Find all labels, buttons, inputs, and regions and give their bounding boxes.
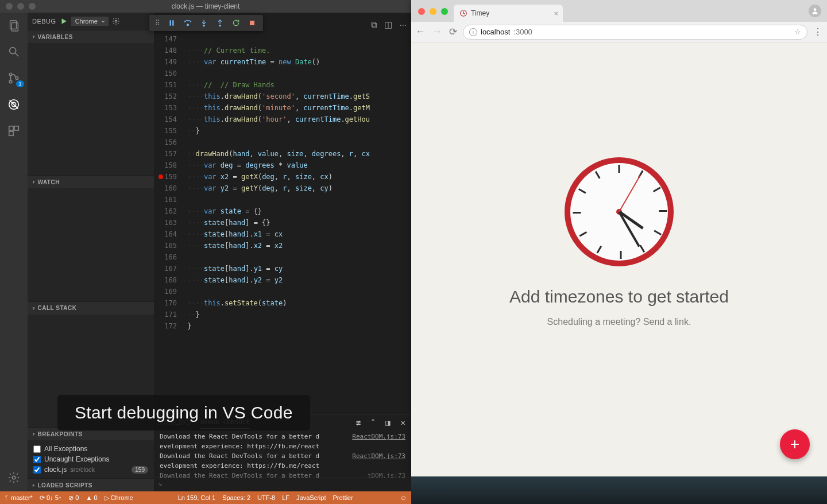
search-icon[interactable]	[6, 44, 22, 60]
git-branch[interactable]: ᚶ master*	[5, 494, 33, 501]
tab-title: Timey	[471, 9, 489, 17]
step-out-icon[interactable]	[215, 18, 225, 28]
tutorial-caption: Start debugging in VS Code	[57, 395, 310, 431]
breakpoint-checkbox[interactable]	[33, 445, 41, 453]
stop-icon[interactable]	[247, 18, 257, 28]
breakpoint-row[interactable]: Uncaught Exceptions	[33, 454, 148, 464]
debug-target[interactable]: ▷ Chrome	[105, 494, 133, 502]
url-path: :3000	[513, 28, 532, 36]
split-editor-icon[interactable]: ◫	[384, 20, 392, 30]
chrome-window-controls[interactable]	[411, 8, 454, 22]
svg-rect-22	[250, 21, 254, 25]
svg-rect-15	[170, 20, 171, 25]
svg-point-19	[203, 25, 204, 26]
address-bar[interactable]: i localhost:3000 ☆	[463, 25, 807, 40]
loaded-scripts-header[interactable]: ▸LOADED SCRIPTS	[28, 479, 154, 491]
panel-layout-icon[interactable]: ◨	[385, 418, 390, 427]
clear-console-icon[interactable]: ≢	[356, 418, 361, 427]
debug-header: DEBUG Chrome	[28, 13, 154, 30]
svg-point-17	[187, 24, 189, 26]
watch-header[interactable]: ▾WATCH	[28, 176, 154, 188]
loaded-scripts-section: ▸LOADED SCRIPTS	[28, 478, 154, 491]
activity-bar: 1	[0, 13, 28, 491]
callstack-header[interactable]: ▾CALL STACK	[28, 302, 154, 315]
warnings-count[interactable]: ▲ 0	[86, 494, 97, 501]
chrome-tabstrip: Timey ×	[411, 0, 827, 22]
restart-icon[interactable]	[231, 18, 241, 28]
language-mode[interactable]: JavaScript	[296, 494, 326, 501]
svg-point-2	[10, 48, 16, 54]
open-changes-icon[interactable]: ⧉	[371, 20, 377, 30]
desktop-background	[411, 476, 827, 504]
svg-point-4	[9, 73, 12, 76]
tab-favicon-clock-icon	[459, 9, 467, 17]
prettier-status[interactable]: Prettier	[333, 494, 353, 501]
svg-line-3	[16, 53, 19, 57]
svg-point-14	[115, 20, 117, 22]
svg-rect-1	[11, 22, 18, 31]
chrome-window: Timey × ← → ⟳ i localhost:3000 ☆ ⋮ Add t…	[411, 0, 827, 476]
eol[interactable]: LF	[282, 494, 289, 501]
svg-point-26	[814, 8, 817, 11]
git-sync[interactable]: ⟳ 0↓ 5↑	[40, 494, 61, 502]
breakpoint-row[interactable]: All Exceptions	[33, 444, 148, 454]
svg-point-5	[9, 80, 12, 83]
more-actions-icon[interactable]: ···	[399, 20, 407, 30]
profile-icon[interactable]	[809, 5, 821, 17]
explorer-icon[interactable]	[6, 17, 22, 33]
clock-illustration	[565, 157, 674, 266]
breakpoint-checkbox[interactable]	[33, 466, 41, 474]
reload-icon[interactable]: ⟳	[449, 26, 457, 38]
status-bar: ᚶ master* ⟳ 0↓ 5↑ ⊘ 0 ▲ 0 ▷ Chrome Ln 15…	[0, 491, 411, 504]
svg-point-21	[219, 25, 221, 26]
pause-icon[interactable]	[167, 18, 177, 28]
editor-actions: ⧉ ◫ ···	[371, 20, 407, 30]
chrome-tab[interactable]: Timey ×	[454, 5, 563, 22]
collapse-icon[interactable]: ˄	[371, 418, 375, 427]
variables-header[interactable]: ▾VARIABLES	[28, 30, 154, 43]
watch-section: ▾WATCH	[28, 175, 154, 301]
svg-line-25	[463, 13, 465, 14]
settings-icon[interactable]	[6, 470, 22, 486]
url-host: localhost	[481, 28, 510, 36]
svg-line-9	[10, 100, 18, 109]
page-heading: Add timezones to get started	[509, 287, 729, 307]
start-debug-icon[interactable]	[60, 17, 68, 25]
page-content: Add timezones to get started Scheduling …	[411, 42, 827, 476]
window-title: clock.js — timey-client	[0, 2, 411, 10]
errors-count[interactable]: ⊘ 0	[68, 494, 79, 502]
breakpoints-section: ▾BREAKPOINTS All ExceptionsUncaught Exce…	[28, 427, 154, 478]
indent[interactable]: Spaces: 2	[222, 494, 250, 501]
add-fab-button[interactable]: +	[780, 429, 810, 459]
debug-toolbar[interactable]: ⠿	[149, 15, 263, 31]
site-info-icon[interactable]: i	[469, 28, 477, 36]
bookmark-icon[interactable]: ☆	[794, 28, 801, 36]
page-subtitle: Scheduling a meeting? Send a link.	[547, 317, 691, 327]
drag-handle-icon[interactable]: ⠿	[155, 19, 161, 27]
close-tab-icon[interactable]: ×	[554, 9, 558, 18]
cursor-position[interactable]: Ln 159, Col 1	[178, 494, 215, 501]
step-into-icon[interactable]	[199, 18, 209, 28]
svg-point-13	[12, 476, 16, 479]
vscode-titlebar: clock.js — timey-client	[0, 0, 411, 13]
back-icon[interactable]: ←	[416, 26, 426, 38]
breakpoint-checkbox[interactable]	[33, 456, 41, 463]
feedback-icon[interactable]: ☺	[400, 494, 407, 501]
breakpoint-row[interactable]: clock.jssrc/clock159	[33, 464, 148, 475]
close-panel-icon[interactable]: ✕	[401, 418, 405, 427]
extensions-icon[interactable]	[6, 123, 22, 139]
debug-settings-icon[interactable]	[112, 17, 120, 25]
forward-icon[interactable]: →	[432, 26, 442, 38]
run-config-select[interactable]: Chrome	[71, 17, 109, 26]
scm-icon[interactable]: 1	[6, 70, 22, 86]
console-output[interactable]: Download the React DevTools for a better…	[154, 431, 411, 478]
svg-rect-10	[9, 126, 13, 130]
window-controls[interactable]	[0, 3, 36, 10]
code-editor[interactable]: 1471481491501511521531541551561571581591…	[154, 13, 411, 414]
encoding[interactable]: UTF-8	[257, 494, 275, 501]
debug-icon[interactable]	[6, 96, 22, 113]
console-input[interactable]: >	[154, 478, 411, 491]
chrome-menu-icon[interactable]: ⋮	[813, 26, 822, 37]
svg-rect-0	[10, 21, 17, 29]
step-over-icon[interactable]	[183, 18, 193, 28]
